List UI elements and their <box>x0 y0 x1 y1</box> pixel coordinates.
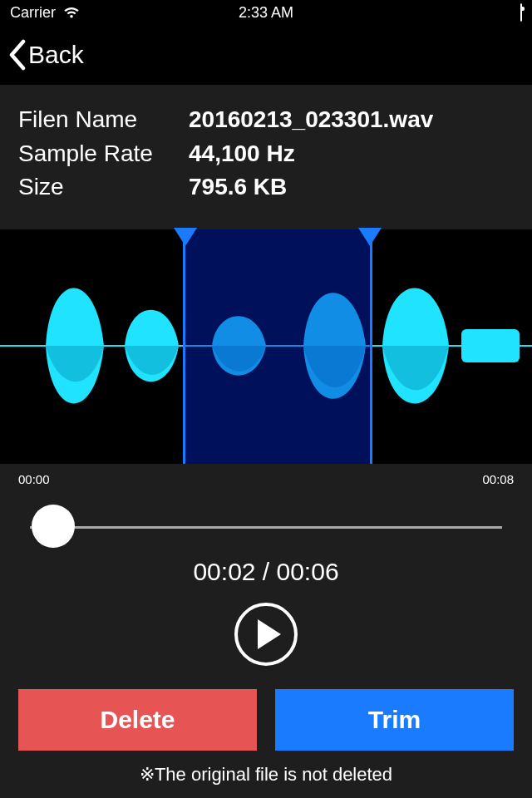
nav-bar: Back <box>0 25 532 85</box>
scrubber-track <box>30 526 502 529</box>
trim-button[interactable]: Trim <box>275 689 514 751</box>
scrubber[interactable] <box>30 501 502 551</box>
play-button[interactable] <box>234 603 298 666</box>
status-bar: Carrier 2:33 AM <box>0 0 532 25</box>
time-end: 00:08 <box>482 472 514 486</box>
clock: 2:33 AM <box>180 4 351 22</box>
filename-value: 20160213_023301.wav <box>189 103 433 137</box>
play-icon <box>258 619 281 649</box>
filename-label: Filen Name <box>18 103 189 137</box>
samplerate-label: Sample Rate <box>18 137 189 171</box>
time-labels: 00:00 00:08 <box>0 464 532 486</box>
carrier-label: Carrier <box>10 4 56 22</box>
selection-handle-left[interactable] <box>174 228 197 246</box>
back-label: Back <box>28 41 84 69</box>
waveform-display[interactable] <box>0 229 532 464</box>
battery-icon <box>520 4 522 22</box>
selection-handle-right[interactable] <box>358 228 382 246</box>
time-start: 00:00 <box>18 472 50 486</box>
selection-time-readout: 00:02 / 00:06 <box>0 558 532 586</box>
footer-note: ※The original file is not deleted <box>0 764 532 786</box>
back-button[interactable]: Back <box>7 39 84 71</box>
file-info-panel: Filen Name 20160213_023301.wav Sample Ra… <box>0 85 532 229</box>
delete-button[interactable]: Delete <box>18 689 257 751</box>
chevron-left-icon <box>7 39 27 71</box>
scrubber-thumb[interactable] <box>32 505 75 548</box>
action-button-row: Delete Trim <box>0 666 532 751</box>
svg-rect-1 <box>461 329 520 362</box>
samplerate-value: 44,100 Hz <box>189 137 295 171</box>
size-value: 795.6 KB <box>189 170 287 204</box>
size-label: Size <box>18 170 189 204</box>
wifi-icon <box>62 6 81 19</box>
selection-region[interactable] <box>183 229 372 464</box>
